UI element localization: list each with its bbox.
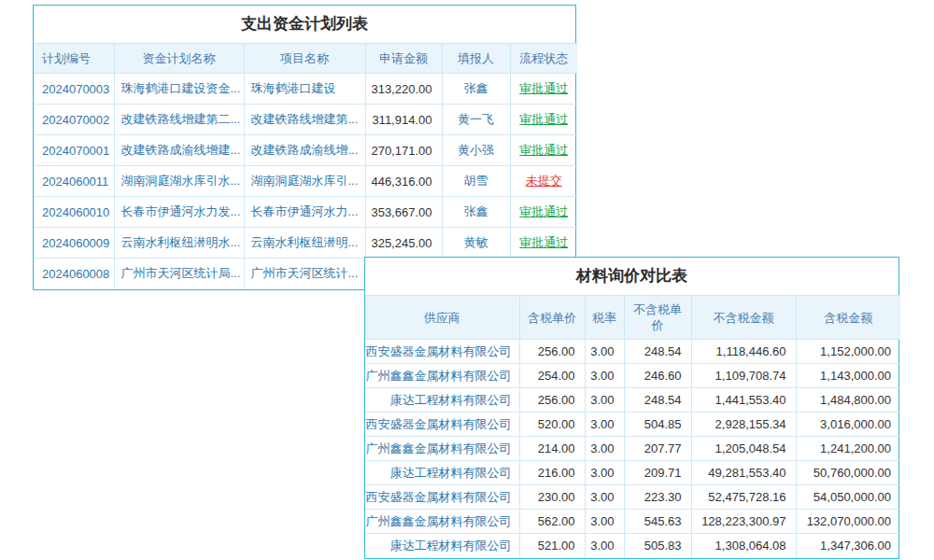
- price-no-tax-cell: 248.54: [624, 340, 691, 364]
- plan-name-link[interactable]: 广州市天河区统计局...: [121, 266, 241, 280]
- price-no-tax-cell: 504.85: [624, 413, 691, 437]
- amount-cell: 353,667.00: [365, 197, 442, 228]
- project-name-link[interactable]: 云南水利枢纽潜明...: [251, 235, 359, 249]
- column-header-price-no-tax: 不含税单价: [624, 296, 691, 340]
- status-link[interactable]: 审批通过: [519, 112, 568, 126]
- amount-no-tax-cell: 49,281,553.40: [691, 461, 796, 485]
- column-header-amount: 申请金额: [365, 44, 442, 74]
- expense-plan-row: 2024060009 云南水利枢纽潜明水... 云南水利枢纽潜明... 325,…: [34, 228, 577, 259]
- amount-cell: 270,171.00: [365, 135, 442, 166]
- column-header-amount-no-tax: 不含税金额: [691, 296, 796, 340]
- amount-with-tax-cell: 1,143,000.00: [796, 364, 900, 388]
- expense-plan-row: 2024060010 长春市伊通河水力发... 长春市伊通河水力... 353,…: [34, 197, 577, 228]
- project-name-link[interactable]: 改建铁路成渝线增...: [251, 143, 359, 157]
- plan-name-link[interactable]: 改建铁路成渝线增建...: [121, 143, 241, 157]
- project-name-link[interactable]: 广州市天河区统计...: [251, 266, 359, 280]
- tax-rate-cell: 3.00: [585, 534, 624, 558]
- project-name-link[interactable]: 珠海鹤港口建设: [251, 81, 336, 95]
- amount-no-tax-cell: 1,118,446.60: [691, 340, 796, 364]
- amount-cell: 311,914.00: [365, 105, 442, 135]
- supplier-link[interactable]: 广州鑫鑫金属材料有限公司: [366, 514, 512, 528]
- plan-id-link[interactable]: 2024070001: [42, 144, 109, 158]
- column-header-project-name: 项目名称: [244, 44, 365, 74]
- material-quote-panel: 材料询价对比表 供应商 含税单价 税率 不含税单价 不含税金额 含税金额 西安盛…: [364, 257, 899, 559]
- material-quote-row: 广州鑫鑫金属材料有限公司 562.00 3.00 545.63 128,223,…: [365, 510, 900, 534]
- price-with-tax-cell: 562.00: [519, 510, 585, 534]
- amount-with-tax-cell: 1,152,000.00: [796, 340, 900, 364]
- project-name-link[interactable]: 改建铁路线增建第...: [251, 112, 359, 126]
- status-link[interactable]: 未提交: [526, 174, 562, 188]
- tax-rate-cell: 3.00: [585, 388, 624, 413]
- tax-rate-cell: 3.00: [585, 413, 624, 437]
- amount-no-tax-cell: 1,205,048.54: [691, 437, 796, 461]
- price-with-tax-cell: 214.00: [519, 437, 585, 461]
- amount-no-tax-cell: 128,223,300.97: [691, 510, 796, 534]
- plan-id-link[interactable]: 2024060011: [42, 175, 108, 189]
- person-link[interactable]: 黄一飞: [458, 112, 494, 126]
- column-header-tax-rate: 税率: [585, 296, 624, 340]
- tax-rate-cell: 3.00: [585, 485, 624, 510]
- material-quote-header-row: 供应商 含税单价 税率 不含税单价 不含税金额 含税金额: [365, 296, 900, 340]
- plan-id-link[interactable]: 2024070003: [42, 82, 109, 96]
- plan-name-link[interactable]: 珠海鹤港口建设资金...: [121, 81, 241, 95]
- amount-no-tax-cell: 52,475,728.16: [691, 485, 796, 510]
- price-with-tax-cell: 230.00: [519, 485, 585, 510]
- supplier-link[interactable]: 西安盛器金属材料有限公司: [366, 490, 512, 504]
- column-header-status: 流程状态: [510, 44, 577, 74]
- plan-id-link[interactable]: 2024060008: [42, 267, 109, 281]
- tax-rate-cell: 3.00: [585, 364, 624, 388]
- amount-with-tax-cell: 3,016,000.00: [796, 413, 900, 437]
- material-quote-row: 西安盛器金属材料有限公司 520.00 3.00 504.85 2,928,15…: [365, 413, 900, 437]
- status-link[interactable]: 审批通过: [519, 235, 568, 249]
- plan-id-link[interactable]: 2024060010: [42, 205, 109, 219]
- expense-plan-title: 支出资金计划列表: [34, 6, 575, 43]
- status-link[interactable]: 审批通过: [519, 143, 568, 157]
- material-quote-row: 广州鑫鑫金属材料有限公司 214.00 3.00 207.77 1,205,04…: [365, 437, 900, 461]
- person-link[interactable]: 黄小强: [458, 143, 494, 157]
- amount-cell: 325,245.00: [365, 228, 442, 259]
- column-header-plan-id: 计划编号: [34, 44, 114, 74]
- plan-name-link[interactable]: 改建铁路线增建第二...: [121, 112, 241, 126]
- amount-no-tax-cell: 2,928,155.34: [691, 413, 796, 437]
- person-link[interactable]: 张鑫: [464, 204, 488, 218]
- person-link[interactable]: 胡雪: [464, 174, 488, 188]
- plan-id-link[interactable]: 2024060009: [42, 236, 109, 250]
- price-with-tax-cell: 256.00: [519, 388, 585, 413]
- amount-with-tax-cell: 1,347,306.00: [796, 534, 900, 558]
- plan-name-link[interactable]: 长春市伊通河水力发...: [121, 204, 241, 218]
- tax-rate-cell: 3.00: [585, 461, 624, 485]
- plan-id-link[interactable]: 2024070002: [42, 113, 109, 127]
- price-no-tax-cell: 545.63: [624, 510, 691, 534]
- supplier-link[interactable]: 西安盛器金属材料有限公司: [366, 417, 512, 431]
- supplier-link[interactable]: 康达工程材料有限公司: [390, 539, 512, 553]
- price-no-tax-cell: 505.83: [624, 534, 691, 558]
- price-no-tax-cell: 246.60: [624, 364, 691, 388]
- supplier-link[interactable]: 西安盛器金属材料有限公司: [366, 344, 512, 358]
- person-link[interactable]: 黄敏: [464, 235, 488, 249]
- person-link[interactable]: 张鑫: [464, 81, 488, 95]
- expense-plan-table: 计划编号 资金计划名称 项目名称 申请金额 填报人 流程状态 202407000…: [34, 43, 577, 289]
- amount-cell: 446,316.00: [365, 166, 442, 197]
- supplier-link[interactable]: 康达工程材料有限公司: [390, 393, 512, 407]
- price-no-tax-cell: 207.77: [624, 437, 691, 461]
- plan-name-link[interactable]: 湖南洞庭湖水库引水...: [121, 174, 241, 188]
- supplier-link[interactable]: 广州鑫鑫金属材料有限公司: [366, 369, 512, 383]
- project-name-link[interactable]: 湖南洞庭湖水库引...: [251, 174, 359, 188]
- project-name-link[interactable]: 长春市伊通河水力...: [251, 204, 359, 218]
- material-quote-row: 康达工程材料有限公司 521.00 3.00 505.83 1,308,064.…: [365, 534, 900, 558]
- tax-rate-cell: 3.00: [585, 510, 624, 534]
- supplier-link[interactable]: 康达工程材料有限公司: [390, 466, 512, 480]
- amount-with-tax-cell: 50,760,000.00: [796, 461, 900, 485]
- column-header-plan-name: 资金计划名称: [114, 44, 244, 74]
- price-with-tax-cell: 256.00: [519, 340, 585, 364]
- material-quote-table: 供应商 含税单价 税率 不含税单价 不含税金额 含税金额 西安盛器金属材料有限公…: [365, 295, 900, 558]
- price-no-tax-cell: 209.71: [624, 461, 691, 485]
- supplier-link[interactable]: 广州鑫鑫金属材料有限公司: [366, 441, 512, 455]
- status-link[interactable]: 审批通过: [519, 204, 568, 218]
- status-link[interactable]: 审批通过: [519, 81, 568, 95]
- plan-name-link[interactable]: 云南水利枢纽潜明水...: [121, 235, 241, 249]
- column-header-supplier: 供应商: [365, 296, 519, 340]
- amount-no-tax-cell: 1,308,064.08: [691, 534, 796, 558]
- tax-rate-cell: 3.00: [585, 340, 624, 364]
- expense-plan-panel: 支出资金计划列表 计划编号 资金计划名称 项目名称 申请金额 填报人 流程状态 …: [33, 5, 576, 290]
